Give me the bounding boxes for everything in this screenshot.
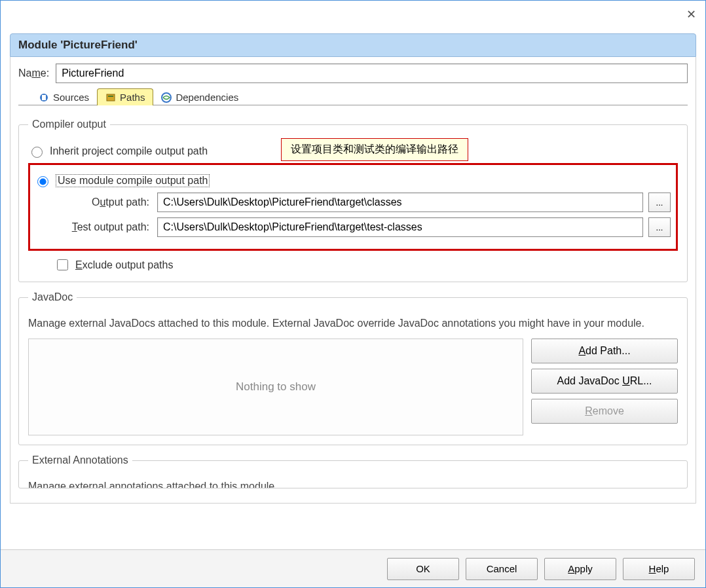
name-row: Name: [18,64,688,83]
test-output-path-label: Test output path: [34,221,152,233]
tab-sources[interactable]: Sources [30,88,98,105]
external-annotations-group: External Annotations Manage external ann… [18,454,688,488]
tab-paths[interactable]: Paths [97,88,153,105]
exclude-checkbox-row[interactable]: Exclude output paths [54,257,678,272]
dependencies-icon [161,92,172,103]
inherit-label: Inherit project compile output path [50,145,208,157]
apply-button[interactable]: Apply [544,558,616,580]
dialog-content: Module 'PictureFriend' Name: Sources [1,28,705,506]
tab-dependencies[interactable]: Dependencies [153,88,247,105]
name-label: Name: [18,67,49,79]
exclude-checkbox[interactable] [57,259,68,270]
output-path-input[interactable] [157,193,643,212]
dialog-window: ✕ Module 'PictureFriend' Name: Sources [0,0,706,588]
javadoc-empty-text: Nothing to show [236,380,316,394]
highlight-box: Use module compile output path Output pa… [28,163,678,251]
button-bar: OK Cancel Apply Help [1,549,705,587]
close-icon[interactable]: ✕ [679,3,703,26]
use-module-radio[interactable] [37,176,48,187]
panel-body: Name: Sources Paths [10,57,696,504]
titlebar: ✕ [1,1,705,28]
output-path-label: Output path: [34,196,152,208]
javadoc-list[interactable]: Nothing to show [28,339,523,435]
annotation-callout: 设置项目类和测试类的编译输出路径 [281,138,468,161]
exclude-label: Exclude output paths [75,259,173,271]
javadoc-body: Nothing to show Add Path... Add JavaDoc … [28,339,678,435]
inherit-radio[interactable] [31,147,43,158]
test-output-path-input[interactable] [157,217,643,237]
cancel-button[interactable]: Cancel [466,558,538,580]
tab-paths-label: Paths [120,92,145,103]
help-button[interactable]: Help [623,558,695,580]
compiler-legend: Compiler output [28,119,110,130]
javadoc-group: JavaDoc Manage external JavaDocs attache… [18,291,688,445]
use-module-radio-row[interactable]: Use module compile output path [34,174,671,187]
javadoc-description: Manage external JavaDocs attached to thi… [28,316,678,331]
add-javadoc-url-button[interactable]: Add JavaDoc URL... [531,369,678,394]
sources-icon [39,92,49,103]
svg-rect-3 [108,96,113,97]
add-path-button[interactable]: Add Path... [531,339,678,363]
external-annotations-legend: External Annotations [28,454,132,466]
test-output-browse-button[interactable]: ... [648,217,671,237]
tab-content: Compiler output 设置项目类和测试类的编译输出路径 Inherit… [18,105,688,488]
svg-rect-1 [42,95,46,100]
output-path-row: Output path: ... [34,193,671,212]
javadoc-legend: JavaDoc [28,291,77,303]
remove-button: Remove [531,399,678,424]
test-output-path-row: Test output path: ... [34,217,671,237]
svg-rect-2 [107,94,115,101]
paths-icon [105,92,116,103]
tab-dependencies-label: Dependencies [176,92,238,103]
output-browse-button[interactable]: ... [648,193,671,212]
panel-title: Module 'PictureFriend' [10,33,696,57]
external-annotations-description: Manage external annotations attached to … [28,479,678,488]
name-input[interactable] [56,64,688,83]
ok-button[interactable]: OK [387,558,459,580]
javadoc-buttons: Add Path... Add JavaDoc URL... Remove [531,339,678,435]
compiler-output-group: Compiler output 设置项目类和测试类的编译输出路径 Inherit… [18,119,688,282]
use-module-label: Use module compile output path [56,174,210,187]
tab-sources-label: Sources [53,92,89,103]
tabs: Sources Paths Dependencies [30,88,688,105]
